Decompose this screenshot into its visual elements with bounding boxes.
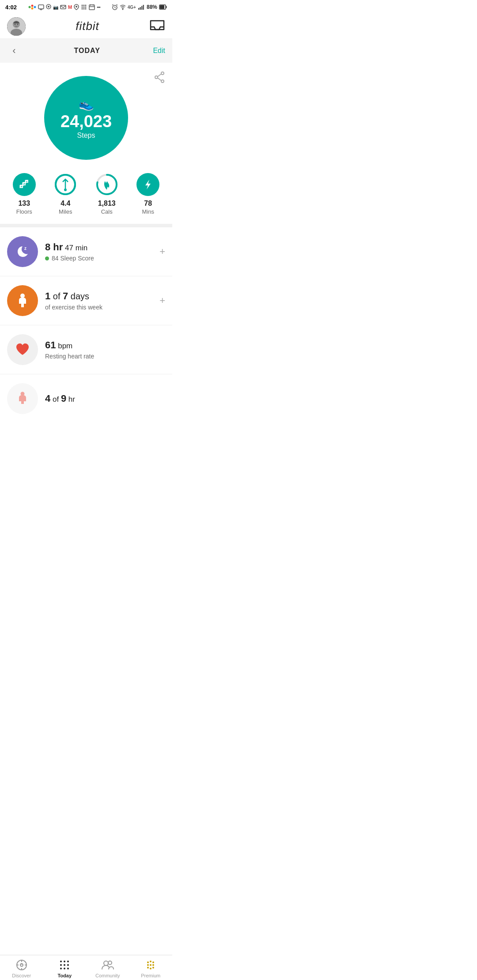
steps-count: 24,023 <box>61 113 112 130</box>
svg-point-8 <box>76 6 77 8</box>
exercise-circle-icon <box>14 292 31 309</box>
active-content: 4 of 9 hr <box>45 393 165 404</box>
mins-value: 78 <box>144 200 152 207</box>
exercise-icon <box>7 285 38 316</box>
mins-label: Mins <box>142 208 154 215</box>
svg-point-13 <box>83 7 85 8</box>
calendar-icon <box>89 4 95 10</box>
sleep-icon: z <box>7 236 38 267</box>
heart-rate-label: Resting heart rate <box>45 353 165 360</box>
battery-percent: 88% <box>147 4 157 10</box>
svg-point-38 <box>161 80 164 83</box>
miles-ring-icon <box>54 173 77 196</box>
steps-section: 👟 24,023 Steps <box>0 63 172 169</box>
svg-rect-24 <box>138 8 140 10</box>
back-button[interactable]: ‹ <box>7 45 21 57</box>
bolt-icon <box>142 178 154 191</box>
svg-point-14 <box>85 7 87 8</box>
alarm-icon <box>112 4 118 10</box>
stat-mins[interactable]: 78 Mins <box>136 173 159 215</box>
maps-icon <box>74 4 79 10</box>
svg-point-17 <box>85 8 87 10</box>
status-right: 4G+ 88% <box>112 4 167 10</box>
page-title: TODAY <box>74 47 100 55</box>
moon-z-icon: z <box>15 244 30 260</box>
avatar-image <box>7 17 26 36</box>
sleep-add-button[interactable]: + <box>159 246 165 257</box>
svg-point-3 <box>31 8 34 10</box>
heart-rate-value: 61 bpm <box>45 339 165 351</box>
avatar[interactable] <box>7 17 26 36</box>
exercise-add-button[interactable]: + <box>159 295 165 306</box>
share-button[interactable] <box>154 72 165 84</box>
svg-point-2 <box>34 6 36 8</box>
app-title: fitbit <box>76 19 99 33</box>
gmail-icon: M <box>68 4 72 10</box>
svg-point-16 <box>83 8 85 10</box>
svg-rect-29 <box>166 6 167 8</box>
photos-icon: 📷 <box>53 5 58 10</box>
svg-point-48 <box>20 294 25 298</box>
ring-icon <box>46 4 51 10</box>
inbox-button[interactable] <box>149 19 165 34</box>
status-time: 4:02 <box>5 4 17 11</box>
wifi-icon <box>120 4 126 10</box>
svg-text:z: z <box>24 246 26 251</box>
floors-label: Floors <box>16 208 32 215</box>
svg-point-39 <box>155 76 158 79</box>
heart-rate-card[interactable]: 61 bpm Resting heart rate <box>0 325 172 374</box>
svg-point-15 <box>82 8 83 10</box>
sleep-score: 84 Sleep Score <box>45 255 152 262</box>
heart-icon <box>7 334 38 365</box>
lte-icon: 4G+ <box>128 5 136 10</box>
miles-label: Miles <box>59 208 72 215</box>
podcast-icon <box>28 4 36 10</box>
svg-rect-30 <box>160 5 164 9</box>
stat-floors[interactable]: 133 Floors <box>13 173 36 215</box>
exercise-card[interactable]: 1 of 7 days of exercise this week + <box>0 276 172 325</box>
steps-shoe-icon: 👟 <box>79 97 94 111</box>
svg-rect-4 <box>38 5 44 9</box>
heart-content: 61 bpm Resting heart rate <box>45 339 165 360</box>
stat-miles[interactable]: 4.4 Miles <box>54 173 77 215</box>
sleep-card[interactable]: z 8 hr 47 min 84 Sleep Score + <box>0 227 172 276</box>
cals-ring-icon <box>95 173 118 196</box>
svg-point-11 <box>85 5 87 6</box>
exercise-days: 1 of 7 days <box>45 290 152 302</box>
svg-point-23 <box>122 9 123 10</box>
stairs-icon <box>18 178 30 191</box>
svg-line-41 <box>158 78 161 81</box>
grid-icon <box>81 4 87 10</box>
svg-point-36 <box>17 23 19 25</box>
svg-point-44 <box>64 188 67 191</box>
sleep-content: 8 hr 47 min 84 Sleep Score <box>45 241 152 262</box>
exercise-content: 1 of 7 days of exercise this week <box>45 290 152 311</box>
floors-value: 133 <box>18 200 30 207</box>
svg-point-37 <box>161 72 164 75</box>
svg-point-12 <box>82 7 83 8</box>
cals-label: Cals <box>101 208 113 215</box>
score-dot <box>45 256 49 260</box>
page-header: ‹ TODAY Edit <box>0 39 172 63</box>
svg-point-35 <box>15 23 16 25</box>
miles-value: 4.4 <box>61 200 70 207</box>
signal-bars-icon <box>138 4 145 10</box>
status-icons: 📷 M ••• <box>28 4 100 10</box>
edit-button[interactable]: Edit <box>153 47 165 55</box>
active-figure-icon <box>15 391 30 407</box>
svg-line-40 <box>158 74 161 77</box>
svg-rect-26 <box>141 6 143 10</box>
sleep-duration: 8 hr 47 min <box>45 241 152 253</box>
steps-circle[interactable]: 👟 24,023 Steps <box>44 76 128 160</box>
svg-point-9 <box>82 5 83 6</box>
steps-label: Steps <box>77 132 95 139</box>
stat-cals[interactable]: 1,813 Cals <box>95 173 118 215</box>
more-icon: ••• <box>97 5 100 10</box>
message-icon <box>38 4 44 10</box>
svg-point-0 <box>29 6 31 8</box>
svg-point-10 <box>83 5 85 6</box>
svg-point-1 <box>31 5 34 7</box>
active-icon <box>7 383 38 414</box>
app-header: fitbit <box>0 14 172 39</box>
active-card[interactable]: 4 of 9 hr <box>0 374 172 423</box>
